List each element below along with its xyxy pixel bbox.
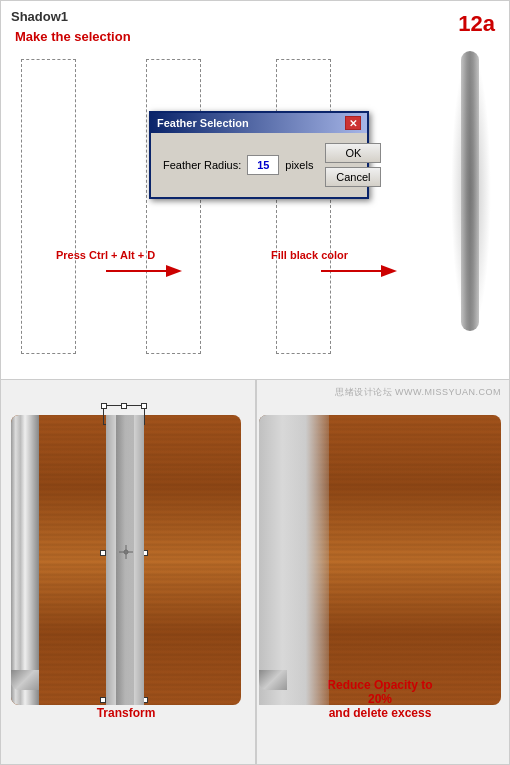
dashed-rect-middle <box>146 59 201 354</box>
arrow1-svg <box>106 261 186 281</box>
cancel-button[interactable]: Cancel <box>325 167 381 187</box>
feather-label: Feather Radius: <box>163 159 241 171</box>
handle-tc <box>121 403 127 409</box>
handle-tl <box>101 403 107 409</box>
arrow2-label: Fill black color <box>271 249 348 261</box>
corner-bottom-left <box>11 670 39 690</box>
dashed-rect-left <box>21 59 76 354</box>
corner-bottom-left-right <box>259 670 287 690</box>
divider-line <box>255 380 257 764</box>
bottom-section: 思绪设计论坛 WWW.MISSYUAN.COM <box>0 380 510 765</box>
dialog-title: Feather Selection <box>157 117 249 129</box>
transform-label: Transform <box>97 706 156 720</box>
opacity-effect-overlay <box>259 415 329 705</box>
dashed-rect-right <box>276 59 331 354</box>
top-section: Shadow1 12a Make the selection Feather S… <box>0 0 510 380</box>
dialog-close-button[interactable]: ✕ <box>345 116 361 130</box>
feather-dialog: Feather Selection ✕ Feather Radius: pixe… <box>149 111 369 199</box>
shadow-strip <box>461 51 479 331</box>
transform-panel: Transform <box>11 395 241 725</box>
opacity-label: Reduce Opacity to 20% and delete excess <box>320 678 441 720</box>
make-selection-label: Make the selection <box>15 29 131 44</box>
step-label: 12a <box>458 11 495 37</box>
arrow1-label: Press Ctrl + Alt + D <box>56 249 155 261</box>
ok-button[interactable]: OK <box>325 143 381 163</box>
feather-radius-input[interactable] <box>247 155 279 175</box>
crosshair-icon <box>119 545 133 559</box>
shadow-on-strip <box>116 415 134 705</box>
dialog-titlebar: Feather Selection ✕ <box>151 113 367 133</box>
arrow2-svg <box>321 261 401 281</box>
opacity-panel: Reduce Opacity to 20% and delete excess <box>259 395 501 725</box>
feather-unit: pixels <box>285 159 313 171</box>
title: Shadow1 <box>11 9 68 24</box>
metal-left <box>11 415 39 705</box>
dialog-buttons: OK Cancel <box>325 143 381 187</box>
dialog-body: Feather Radius: pixels OK Cancel <box>151 133 367 197</box>
handle-tr <box>141 403 147 409</box>
